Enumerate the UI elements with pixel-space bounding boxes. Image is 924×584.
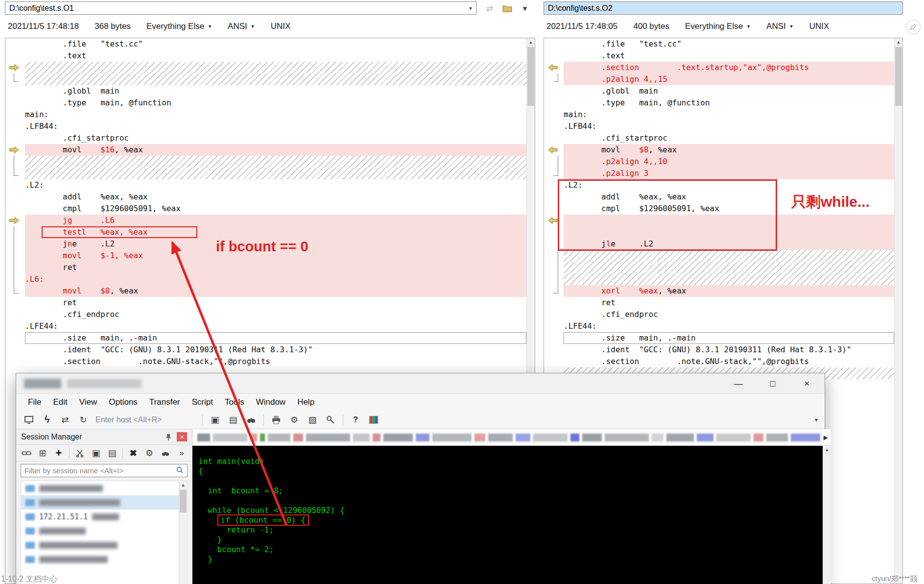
- menu-item-tools[interactable]: Tools: [219, 397, 250, 407]
- code-line[interactable]: .L2:: [5, 179, 526, 191]
- menu-item-options[interactable]: Options: [103, 397, 143, 407]
- code-line[interactable]: .section .note.GNU-stack,"",@progbits: [5, 356, 526, 367]
- code-line[interactable]: .p2align 4,,15: [544, 73, 894, 85]
- host-input[interactable]: [95, 415, 196, 424]
- code-line[interactable]: cmpl $1296005091, %eax: [5, 203, 526, 215]
- panel-close-button[interactable]: ×: [177, 432, 187, 441]
- chevron-down-icon[interactable]: ▾: [469, 5, 472, 12]
- code-line[interactable]: .LFE44:: [5, 320, 526, 332]
- left-format-dropdown[interactable]: Everything Else▼: [146, 22, 212, 31]
- blurred-terminal-tab[interactable]: [213, 434, 247, 441]
- code-line[interactable]: .globl main: [544, 85, 894, 97]
- code-line[interactable]: .L2:: [544, 179, 894, 191]
- blurred-terminal-tab[interactable]: [652, 434, 663, 441]
- right-encoding-dropdown[interactable]: ANSI▼: [766, 22, 794, 31]
- maximize-button[interactable]: □: [762, 376, 783, 391]
- help-icon[interactable]: ?: [350, 414, 361, 426]
- menu-item-help[interactable]: Help: [291, 397, 320, 407]
- more-icon[interactable]: »: [176, 447, 188, 459]
- paste-icon[interactable]: ▤: [106, 447, 118, 459]
- key-icon[interactable]: [325, 414, 336, 426]
- code-line[interactable]: .LFB44:: [5, 121, 526, 132]
- code-line[interactable]: ret: [5, 297, 526, 309]
- code-line[interactable]: .ident "GCC: (GNU) 8.3.1 20190311 (Red H…: [544, 344, 894, 356]
- blurred-terminal-tab[interactable]: [716, 434, 751, 441]
- blurred-terminal-tab[interactable]: [260, 434, 265, 441]
- cut-icon[interactable]: [74, 447, 86, 459]
- blurred-terminal-tab[interactable]: [570, 434, 579, 441]
- code-line[interactable]: movl $16, %eax: [5, 144, 526, 156]
- code-line[interactable]: .cfi_startproc: [5, 132, 526, 144]
- search-icon[interactable]: [176, 466, 184, 476]
- code-line[interactable]: .file "test.cc": [544, 38, 894, 50]
- blurred-terminal-tab[interactable]: [474, 434, 485, 441]
- scroll-up-icon[interactable]: ▲: [823, 446, 831, 454]
- code-line[interactable]: main:: [5, 109, 526, 121]
- quick-connect-icon[interactable]: ϟ: [41, 414, 53, 426]
- scrollbar-thumb[interactable]: [895, 47, 902, 106]
- blurred-terminal-tab[interactable]: [791, 434, 820, 441]
- find-session-icon[interactable]: [160, 447, 171, 459]
- tab-scroll-right-icon[interactable]: ▶: [824, 434, 828, 441]
- session-list-item[interactable]: 172.21.51.1: [21, 510, 179, 524]
- session-list-item[interactable]: [21, 524, 179, 538]
- code-line[interactable]: .section .text.startup,"ax",@progbits: [544, 62, 894, 73]
- blurred-terminal-tab[interactable]: [416, 434, 429, 441]
- code-line[interactable]: .size main, .-main: [544, 332, 894, 344]
- session-list-item[interactable]: [21, 538, 179, 552]
- print-icon[interactable]: [270, 414, 282, 426]
- duplicate-session-icon[interactable]: ▣: [209, 414, 221, 426]
- blurred-terminal-tab[interactable]: [516, 434, 530, 441]
- blurred-terminal-tab[interactable]: [250, 434, 257, 441]
- swap-panes-icon[interactable]: ⇄: [484, 2, 496, 14]
- code-line[interactable]: .text: [5, 50, 526, 62]
- code-line[interactable]: testl %eax, %eax: [5, 226, 526, 238]
- scroll-up-icon[interactable]: ▲: [179, 481, 187, 489]
- code-line[interactable]: .LFE44:: [544, 320, 894, 332]
- clipboard-icon[interactable]: ▤: [227, 414, 239, 426]
- code-line[interactable]: addl %eax, %eax: [5, 191, 526, 203]
- code-line[interactable]: [544, 262, 894, 273]
- blurred-terminal-tab[interactable]: [373, 434, 380, 441]
- blurred-terminal-tab[interactable]: [582, 434, 602, 441]
- minimize-button[interactable]: —: [728, 376, 749, 391]
- code-line[interactable]: .L6:: [5, 273, 526, 285]
- terminal-keyboard-icon[interactable]: ▧: [307, 414, 318, 426]
- scroll-up-icon[interactable]: ▲: [895, 38, 902, 47]
- right-file-path-combobox[interactable]: [544, 1, 903, 15]
- blurred-terminal-tab[interactable]: [533, 434, 568, 441]
- code-line[interactable]: .ident "GCC: (GNU) 8.3.1 20190311 (Red H…: [5, 344, 526, 356]
- code-line[interactable]: .cfi_startproc: [544, 132, 894, 144]
- code-line[interactable]: xorl %eax, %eax: [544, 285, 894, 297]
- new-window-icon[interactable]: ⊞: [37, 447, 48, 459]
- code-line[interactable]: [544, 215, 894, 226]
- session-list-scrollbar[interactable]: ▲: [179, 481, 187, 584]
- blurred-terminal-tab[interactable]: [306, 434, 350, 441]
- code-line[interactable]: [5, 156, 526, 168]
- code-line[interactable]: [5, 62, 526, 73]
- menu-item-edit[interactable]: Edit: [47, 397, 73, 407]
- session-list-item[interactable]: [21, 481, 179, 495]
- link-icon[interactable]: [21, 447, 32, 459]
- session-filter-input[interactable]: [24, 466, 176, 475]
- blurred-terminal-tab[interactable]: [605, 434, 649, 441]
- terminal-tab-bar[interactable]: ▶: [192, 429, 831, 446]
- pin-icon[interactable]: [165, 433, 172, 441]
- code-line[interactable]: [544, 250, 894, 262]
- find-icon[interactable]: [245, 414, 257, 426]
- code-line[interactable]: movl $8, %eax: [544, 144, 894, 156]
- title-bar[interactable]: — □ ×: [16, 373, 825, 394]
- blurred-terminal-tab[interactable]: [754, 434, 763, 441]
- code-line[interactable]: .LFB44:: [544, 121, 894, 132]
- left-encoding-dropdown[interactable]: ANSI▼: [228, 22, 255, 31]
- code-line[interactable]: [5, 73, 526, 85]
- code-line[interactable]: [544, 226, 894, 238]
- code-line[interactable]: .section .note.GNU-stack,"",@progbits: [544, 356, 894, 367]
- blurred-terminal-tab[interactable]: [666, 434, 694, 441]
- blurred-terminal-tab[interactable]: [353, 434, 370, 441]
- blurred-terminal-tab[interactable]: [432, 434, 472, 441]
- folder-open-icon[interactable]: [501, 2, 513, 14]
- code-line[interactable]: .type main, @function: [5, 97, 526, 109]
- code-line[interactable]: [5, 168, 526, 179]
- blurred-terminal-tab[interactable]: [293, 434, 303, 441]
